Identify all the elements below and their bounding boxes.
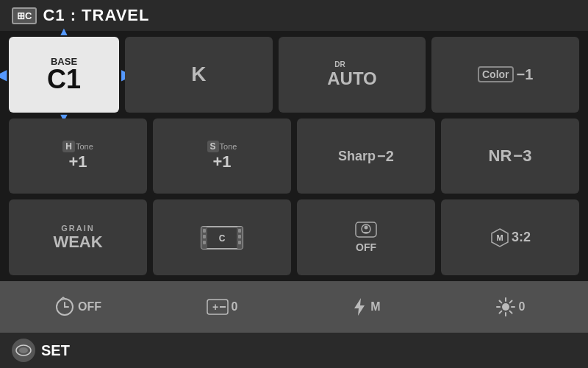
arrow-left-icon[interactable]: ◀	[0, 66, 7, 83]
brightness-icon	[495, 297, 516, 317]
htone-content: H Tone +1	[62, 141, 93, 171]
color-value: −1	[517, 66, 534, 83]
svg-line-24	[509, 311, 512, 314]
grain-label: GRAIN	[61, 224, 94, 233]
arrow-up-icon[interactable]: ▲	[58, 25, 70, 38]
row1: ◀ BASE C1 ▶ ▲ ▼ K DR AUTO Color −1	[9, 37, 579, 113]
facedetect-value: OFF	[356, 241, 376, 253]
svg-text:C: C	[219, 233, 226, 244]
base-value: C1	[47, 66, 81, 93]
highlight-tone-cell[interactable]: H Tone +1	[9, 118, 147, 194]
color-chrome-cell[interactable]: C	[153, 199, 291, 275]
noise-reduction-cell[interactable]: NR −3	[441, 118, 579, 194]
base-cell[interactable]: ◀ BASE C1 ▶ ▲ ▼	[9, 37, 119, 113]
timer-icon	[54, 297, 75, 317]
svg-line-26	[499, 311, 501, 314]
exposure-comp-cell[interactable]: + 0	[153, 287, 291, 327]
face-detect-cell[interactable]: OFF	[297, 199, 435, 275]
svg-rect-5	[203, 241, 206, 244]
svg-point-12	[365, 226, 368, 230]
svg-rect-7	[238, 235, 241, 238]
svg-text:+: +	[212, 301, 218, 313]
timer-content: OFF	[54, 297, 101, 317]
svg-line-23	[499, 301, 501, 303]
htone-value: +1	[68, 152, 87, 171]
stone-content: S Tone +1	[207, 141, 237, 171]
movie-icon: M	[490, 227, 510, 248]
dr-value: AUTO	[327, 70, 377, 88]
flash-value: M	[370, 300, 380, 314]
dr-auto-cell[interactable]: DR AUTO	[279, 37, 426, 113]
htone-prefix: H	[62, 141, 75, 152]
expcomp-icon: +	[207, 297, 229, 317]
set-icon	[12, 339, 35, 362]
dr-prefix: DR	[334, 61, 345, 68]
svg-rect-4	[203, 235, 206, 238]
title-icon: ⊞C	[12, 7, 37, 24]
nr-value: −3	[513, 146, 531, 166]
timer-value: OFF	[78, 300, 101, 314]
title-text: C1 : TRAVEL	[43, 6, 149, 25]
brightness-value: 0	[519, 300, 526, 314]
colorchrome-content: C	[200, 223, 244, 252]
white-balance-cell[interactable]: K	[125, 37, 273, 113]
color-content: Color −1	[478, 66, 533, 83]
brightness-cell[interactable]: 0	[441, 287, 579, 327]
expcomp-content: + 0	[207, 297, 238, 317]
stone-value: +1	[212, 152, 231, 171]
stone-label: Tone	[220, 142, 237, 151]
sharp-value: −2	[377, 148, 394, 165]
shadow-tone-cell[interactable]: S Tone +1	[153, 118, 291, 194]
face-detect-icon	[355, 222, 377, 240]
wb-label: K	[191, 63, 206, 86]
nr-content: NR −3	[489, 146, 532, 166]
svg-rect-8	[238, 241, 241, 244]
svg-point-18	[502, 303, 509, 311]
htone-label: Tone	[76, 142, 93, 151]
brightness-content: 0	[495, 297, 526, 317]
color-cell[interactable]: Color −1	[431, 37, 579, 113]
svg-text:M: M	[496, 233, 503, 242]
svg-rect-3	[203, 229, 206, 233]
bottom-strip: OFF + 0 M	[0, 281, 588, 333]
title-bar: ⊞C C1 : TRAVEL	[0, 0, 588, 31]
footer: SET	[0, 333, 588, 368]
flash-mode-cell[interactable]: M	[297, 287, 435, 327]
movie-value: 3:2	[512, 230, 531, 245]
self-timer-cell[interactable]: OFF	[9, 287, 147, 327]
svg-rect-6	[238, 229, 241, 233]
svg-point-28	[19, 347, 28, 353]
flash-content: M	[351, 297, 380, 317]
grain-cell[interactable]: GRAIN WEAK	[9, 199, 147, 275]
svg-line-25	[509, 301, 512, 303]
set-button-icon	[15, 343, 32, 358]
facedetect-content: OFF	[355, 222, 377, 253]
movie-content: M 3:2	[490, 227, 531, 248]
colorchrome-icon: C	[200, 223, 244, 252]
sharpness-cell[interactable]: Sharp −2	[297, 118, 435, 194]
row3: GRAIN WEAK C	[9, 199, 579, 275]
grain-value: WEAK	[53, 233, 102, 252]
stone-prefix: S	[207, 141, 219, 152]
flash-icon	[351, 297, 368, 317]
set-label: SET	[41, 342, 70, 359]
drauto-content: DR AUTO	[327, 61, 377, 88]
movie-cell[interactable]: M 3:2	[441, 199, 579, 275]
color-icon: Color	[478, 66, 514, 82]
main-content: ◀ BASE C1 ▶ ▲ ▼ K DR AUTO Color −1	[0, 31, 588, 281]
sharp-label: Sharp	[338, 149, 376, 164]
sharp-content: Sharp −2	[338, 148, 394, 165]
wb-content: K	[191, 63, 206, 86]
nr-label: NR	[489, 146, 512, 166]
row2: H Tone +1 S Tone +1 Sharp −2	[9, 118, 579, 194]
expcomp-value: 0	[232, 300, 238, 314]
